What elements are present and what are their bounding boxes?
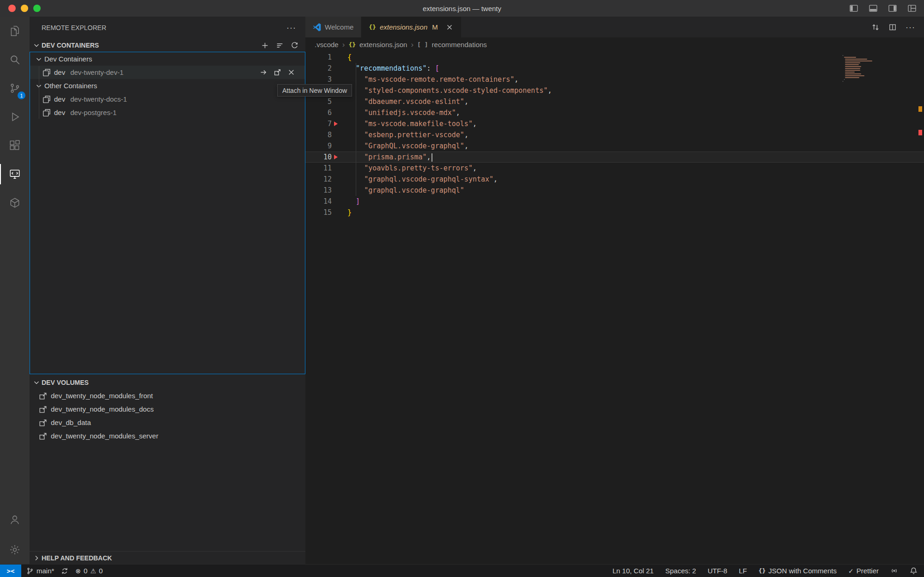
tree-group-dev-containers[interactable]: Dev Containers bbox=[30, 52, 305, 66]
code-line[interactable]: 3 "ms-vscode-remote.remote-containers", bbox=[305, 74, 924, 85]
code-text[interactable]: "graphql.vscode-graphql" bbox=[339, 185, 464, 196]
remote-explorer-icon[interactable] bbox=[0, 160, 30, 188]
line-number[interactable]: 6 bbox=[305, 107, 332, 118]
line-number[interactable]: 14 bbox=[305, 196, 332, 207]
toggle-panel-icon[interactable] bbox=[869, 4, 878, 13]
code-text[interactable]: "yoavbls.pretty-ts-errors", bbox=[339, 163, 477, 174]
accounts-icon[interactable] bbox=[0, 507, 30, 535]
tab-welcome[interactable]: Welcome bbox=[305, 17, 361, 37]
sync-changes-icon[interactable] bbox=[61, 567, 68, 575]
code-line[interactable]: 15} bbox=[305, 207, 924, 218]
code-line[interactable]: 13 "graphql.vscode-graphql" bbox=[305, 185, 924, 196]
line-number[interactable]: 2 bbox=[305, 63, 332, 74]
code-line[interactable]: 2 "recommendations": [ bbox=[305, 63, 924, 74]
tree-item-dev-twenty-docs-1[interactable]: dev dev-twenty-docs-1 bbox=[30, 92, 305, 106]
code-text[interactable]: "graphql.vscode-graphql-syntax", bbox=[339, 174, 498, 185]
line-number[interactable]: 9 bbox=[305, 140, 332, 152]
git-branch-status[interactable]: main* bbox=[26, 567, 54, 575]
breadcrumb-file[interactable]: extensions.json bbox=[359, 41, 407, 49]
volume-item[interactable]: dev_twenty_node_modules_front bbox=[30, 389, 305, 402]
code-line[interactable]: 10 "prisma.prisma", bbox=[305, 152, 924, 163]
more-actions-icon[interactable]: ··· bbox=[906, 25, 915, 30]
stop-container-icon[interactable] bbox=[287, 68, 295, 76]
code-line[interactable]: 5 "dbaeumer.vscode-eslint", bbox=[305, 96, 924, 107]
section-help-and-feedback[interactable]: HELP AND FEEDBACK bbox=[30, 551, 305, 564]
code-text[interactable]: "ms-vscode.makefile-tools", bbox=[339, 118, 477, 129]
code-line[interactable]: 9 "GraphQL.vscode-graphql", bbox=[305, 140, 924, 152]
source-control-icon[interactable]: 1 bbox=[0, 74, 30, 103]
code-line[interactable]: 6 "unifiedjs.vscode-mdx", bbox=[305, 107, 924, 118]
code-text[interactable]: "prisma.prisma", bbox=[339, 152, 432, 163]
code-editor[interactable]: 1{2 "recommendations": [3 "ms-vscode-rem… bbox=[305, 52, 924, 218]
new-dev-container-icon[interactable] bbox=[261, 42, 269, 49]
extensions-icon[interactable] bbox=[0, 131, 30, 160]
section-dev-volumes[interactable]: DEV VOLUMES bbox=[30, 376, 305, 389]
customize-layout-icon[interactable] bbox=[907, 4, 917, 13]
tree-group-other-containers[interactable]: Other Containers bbox=[30, 79, 305, 92]
indentation[interactable]: Spaces: 2 bbox=[665, 567, 696, 575]
volume-item[interactable]: dev_twenty_node_modules_docs bbox=[30, 402, 305, 416]
breadcrumb-symbol[interactable]: recommendations bbox=[432, 41, 487, 49]
search-icon[interactable] bbox=[0, 45, 30, 74]
code-text[interactable]: "styled-components.vscode-styled-compone… bbox=[339, 85, 552, 96]
split-editor-icon[interactable] bbox=[888, 23, 897, 31]
more-actions-icon[interactable]: ··· bbox=[286, 25, 296, 30]
line-number[interactable]: 8 bbox=[305, 129, 332, 140]
code-line[interactable]: 4 "styled-components.vscode-styled-compo… bbox=[305, 85, 924, 96]
line-number[interactable]: 10 bbox=[305, 152, 332, 163]
close-tab-icon[interactable] bbox=[445, 23, 454, 31]
tree-item-dev-postgres-1[interactable]: dev dev-postgres-1 bbox=[30, 106, 305, 119]
section-dev-containers[interactable]: DEV CONTAINERS bbox=[30, 39, 305, 52]
close-window-button[interactable] bbox=[8, 5, 16, 12]
line-number[interactable]: 5 bbox=[305, 96, 332, 107]
attach-container-icon[interactable] bbox=[260, 68, 267, 76]
language-mode[interactable]: {} JSON with Comments bbox=[759, 567, 837, 575]
code-line[interactable]: 7 "ms-vscode.makefile-tools", bbox=[305, 118, 924, 129]
line-number[interactable]: 13 bbox=[305, 185, 332, 196]
line-number[interactable]: 12 bbox=[305, 174, 332, 185]
code-line[interactable]: 1{ bbox=[305, 52, 924, 63]
tree-item-dev-twenty-dev-1[interactable]: dev dev-twenty-dev-1 bbox=[30, 66, 305, 79]
remote-indicator[interactable]: >< bbox=[0, 565, 21, 577]
toggle-primary-sidebar-icon[interactable] bbox=[849, 4, 858, 13]
explorer-icon[interactable] bbox=[0, 17, 30, 45]
volume-item[interactable]: dev_twenty_node_modules_server bbox=[30, 429, 305, 443]
feedback-icon[interactable] bbox=[890, 567, 898, 575]
line-number[interactable]: 7 bbox=[305, 118, 332, 129]
encoding[interactable]: UTF-8 bbox=[708, 567, 728, 575]
code-text[interactable]: "recommendations": [ bbox=[339, 63, 439, 74]
code-line[interactable]: 8 "esbenp.prettier-vscode", bbox=[305, 129, 924, 140]
line-number[interactable]: 15 bbox=[305, 207, 332, 218]
run-and-debug-icon[interactable] bbox=[0, 103, 30, 131]
volume-item[interactable]: dev_db_data bbox=[30, 416, 305, 429]
toggle-secondary-sidebar-icon[interactable] bbox=[888, 4, 897, 13]
formatter-status[interactable]: ✓ Prettier bbox=[848, 567, 879, 575]
code-text[interactable]: "GraphQL.vscode-graphql", bbox=[339, 140, 468, 152]
code-text[interactable]: "dbaeumer.vscode-eslint", bbox=[339, 96, 468, 107]
code-text[interactable]: { bbox=[339, 52, 352, 63]
code-text[interactable]: "ms-vscode-remote.remote-containers", bbox=[339, 74, 518, 85]
minimize-window-button[interactable] bbox=[21, 5, 28, 12]
code-text[interactable]: } bbox=[339, 207, 352, 218]
cursor-position[interactable]: Ln 10, Col 21 bbox=[613, 567, 654, 575]
code-text[interactable]: "unifiedjs.vscode-mdx", bbox=[339, 107, 460, 118]
settings-gear-icon[interactable] bbox=[0, 535, 30, 564]
breadcrumb-folder[interactable]: .vscode bbox=[315, 41, 339, 49]
code-text[interactable]: "esbenp.prettier-vscode", bbox=[339, 129, 468, 140]
line-number[interactable]: 11 bbox=[305, 163, 332, 174]
code-line[interactable]: 12 "graphql.vscode-graphql-syntax", bbox=[305, 174, 924, 185]
refresh-icon[interactable] bbox=[291, 42, 298, 49]
code-text[interactable]: ] bbox=[339, 196, 360, 207]
tab-extensions-json[interactable]: {} extensions.json M bbox=[361, 17, 461, 37]
attach-in-new-window-icon[interactable] bbox=[274, 68, 281, 76]
minimap[interactable] bbox=[843, 55, 910, 83]
line-number[interactable]: 3 bbox=[305, 74, 332, 85]
code-line[interactable]: 14 ] bbox=[305, 196, 924, 207]
problems-status[interactable]: ⊗ 0 ⚠ 0 bbox=[75, 567, 103, 575]
filter-list-icon[interactable] bbox=[276, 42, 284, 49]
code-line[interactable]: 11 "yoavbls.pretty-ts-errors", bbox=[305, 163, 924, 174]
eol[interactable]: LF bbox=[739, 567, 747, 575]
zoom-window-button[interactable] bbox=[33, 5, 41, 12]
notifications-bell-icon[interactable] bbox=[910, 567, 918, 575]
line-number[interactable]: 1 bbox=[305, 52, 332, 63]
